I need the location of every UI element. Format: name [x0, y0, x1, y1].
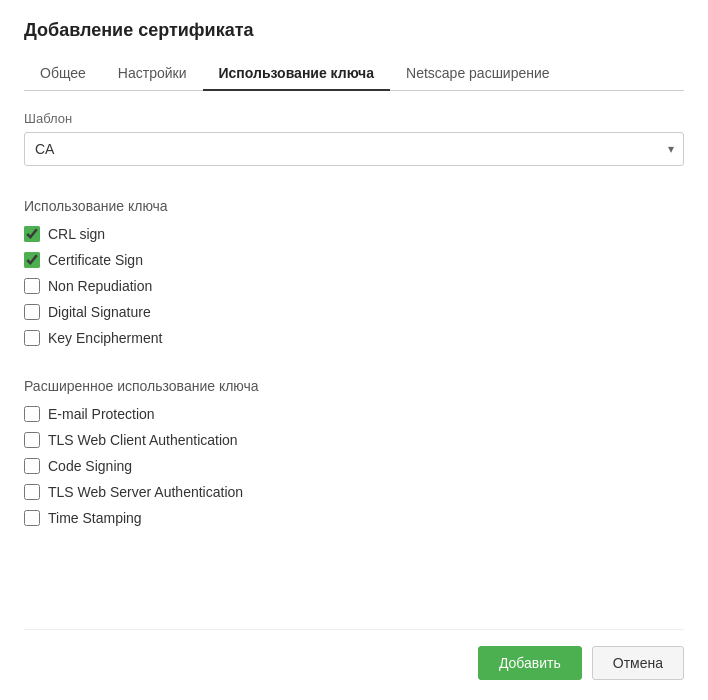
tab-netscape[interactable]: Netscape расширение: [390, 57, 566, 91]
checkbox-tls-server-label: TLS Web Server Authentication: [48, 484, 243, 500]
dialog-title: Добавление сертификата: [24, 20, 684, 41]
checkbox-tls-client[interactable]: TLS Web Client Authentication: [24, 432, 684, 448]
checkbox-non-repudiation-label: Non Repudiation: [48, 278, 152, 294]
checkbox-code-signing-label: Code Signing: [48, 458, 132, 474]
extended-key-usage-title: Расширенное использование ключа: [24, 378, 684, 394]
checkbox-tls-server-input[interactable]: [24, 484, 40, 500]
add-button[interactable]: Добавить: [478, 646, 582, 680]
checkbox-email-protection-input[interactable]: [24, 406, 40, 422]
checkbox-crl-sign-label: CRL sign: [48, 226, 105, 242]
key-usage-title: Использование ключа: [24, 198, 684, 214]
checkbox-non-repudiation[interactable]: Non Repudiation: [24, 278, 684, 294]
key-usage-group: CRL sign Certificate Sign Non Repudiatio…: [24, 226, 684, 346]
checkbox-key-encipherment[interactable]: Key Encipherment: [24, 330, 684, 346]
checkbox-tls-client-input[interactable]: [24, 432, 40, 448]
template-label: Шаблон: [24, 111, 684, 126]
checkbox-digital-signature-input[interactable]: [24, 304, 40, 320]
tab-key-usage[interactable]: Использование ключа: [203, 57, 391, 91]
checkbox-key-encipherment-input[interactable]: [24, 330, 40, 346]
checkbox-email-protection-label: E-mail Protection: [48, 406, 155, 422]
checkbox-certificate-sign[interactable]: Certificate Sign: [24, 252, 684, 268]
checkbox-time-stamping[interactable]: Time Stamping: [24, 510, 684, 526]
tab-general[interactable]: Общее: [24, 57, 102, 91]
checkbox-tls-server[interactable]: TLS Web Server Authentication: [24, 484, 684, 500]
checkbox-digital-signature[interactable]: Digital Signature: [24, 304, 684, 320]
template-select[interactable]: CA Server Client Email: [24, 132, 684, 166]
checkbox-crl-sign[interactable]: CRL sign: [24, 226, 684, 242]
tab-settings[interactable]: Настройки: [102, 57, 203, 91]
footer: Добавить Отмена: [24, 629, 684, 680]
checkbox-crl-sign-input[interactable]: [24, 226, 40, 242]
checkbox-key-encipherment-label: Key Encipherment: [48, 330, 162, 346]
checkbox-certificate-sign-label: Certificate Sign: [48, 252, 143, 268]
tabs: Общее Настройки Использование ключа Nets…: [24, 57, 684, 91]
checkbox-time-stamping-input[interactable]: [24, 510, 40, 526]
extended-key-usage-group: E-mail Protection TLS Web Client Authent…: [24, 406, 684, 526]
template-select-wrapper: CA Server Client Email ▾: [24, 132, 684, 166]
checkbox-email-protection[interactable]: E-mail Protection: [24, 406, 684, 422]
checkbox-code-signing[interactable]: Code Signing: [24, 458, 684, 474]
checkbox-code-signing-input[interactable]: [24, 458, 40, 474]
checkbox-digital-signature-label: Digital Signature: [48, 304, 151, 320]
checkbox-certificate-sign-input[interactable]: [24, 252, 40, 268]
cancel-button[interactable]: Отмена: [592, 646, 684, 680]
dialog: Добавление сертификата Общее Настройки И…: [0, 0, 708, 700]
checkbox-non-repudiation-input[interactable]: [24, 278, 40, 294]
checkbox-tls-client-label: TLS Web Client Authentication: [48, 432, 238, 448]
checkbox-time-stamping-label: Time Stamping: [48, 510, 142, 526]
